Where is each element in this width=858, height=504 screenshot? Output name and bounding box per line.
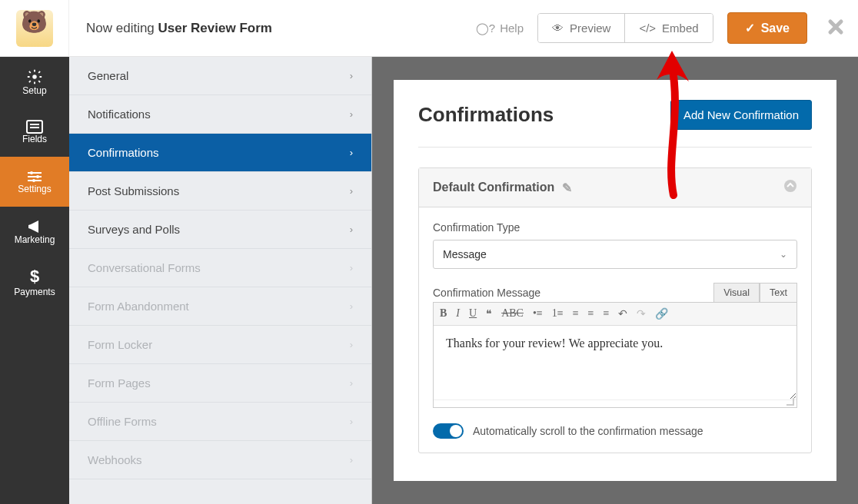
quote-icon[interactable]: ❝	[486, 307, 492, 320]
settings-sidebar: General›Notifications›Confirmations›Post…	[69, 57, 372, 504]
preview-label: Preview	[570, 22, 610, 35]
auto-scroll-toggle[interactable]	[433, 423, 464, 439]
settings-item-label: Conversational Forms	[88, 261, 201, 274]
rail-item-fields[interactable]: Fields	[0, 107, 69, 157]
svg-point-8	[36, 175, 39, 178]
editor-tabs: Visual Text	[713, 283, 797, 303]
underline-icon[interactable]: U	[469, 307, 477, 320]
bold-icon[interactable]: B	[440, 307, 447, 320]
settings-item-label: Form Pages	[88, 376, 151, 390]
chevron-right-icon: ›	[350, 377, 353, 389]
chevron-right-icon: ›	[350, 300, 353, 312]
chevron-right-icon: ›	[350, 147, 353, 158]
settings-item-conversational-forms[interactable]: Conversational Forms›	[69, 249, 371, 287]
message-label: Confirmation Message	[433, 287, 540, 299]
collapse-icon[interactable]	[783, 179, 797, 196]
settings-item-label: Notifications	[88, 108, 151, 121]
help-link[interactable]: ◯? Help	[476, 22, 524, 35]
type-label: Confirmation Type	[433, 221, 797, 234]
rail-item-payments[interactable]: $ Payments	[0, 257, 69, 307]
add-confirmation-button[interactable]: Add New Confirmation	[670, 100, 812, 130]
preview-embed-group: 👁 Preview </> Embed	[537, 13, 713, 43]
settings-item-webhooks[interactable]: Webhooks›	[69, 441, 371, 479]
editor-textarea[interactable]: Thanks for your review! We appreciate yo…	[434, 326, 796, 400]
link-icon[interactable]: 🔗	[655, 307, 668, 320]
top-bar: 🐻 Now editing User Review Form ◯? Help 👁…	[0, 0, 858, 57]
card-header: Confirmations Add New Confirmation	[418, 100, 812, 148]
dollar-icon: $	[30, 267, 39, 287]
x-icon	[827, 18, 844, 35]
chevron-right-icon: ›	[350, 454, 353, 466]
align-left-icon[interactable]: ≡	[573, 307, 579, 320]
save-button[interactable]: ✓ Save	[727, 12, 807, 44]
italic-icon[interactable]: I	[456, 307, 460, 320]
rail-item-settings[interactable]: Settings	[0, 157, 69, 207]
editing-prefix: Now editing	[86, 21, 155, 35]
align-right-icon[interactable]: ≡	[603, 307, 609, 320]
panel-title: Default Confirmation	[433, 181, 554, 194]
chevron-right-icon: ›	[350, 224, 353, 235]
undo-icon[interactable]: ↶	[618, 307, 627, 320]
numbered-list-icon[interactable]: 1≡	[552, 307, 564, 320]
tab-text[interactable]: Text	[760, 283, 797, 303]
rail-label: Fields	[22, 134, 47, 144]
panel-header[interactable]: Default Confirmation ✎	[419, 168, 811, 207]
chevron-down-icon: ⌄	[780, 249, 787, 260]
help-icon: ◯?	[476, 22, 495, 35]
list-icon	[26, 120, 43, 134]
tab-visual[interactable]: Visual	[713, 283, 760, 303]
main: Setup Fields Settings Marketing $ Paymen…	[0, 57, 858, 504]
chevron-right-icon: ›	[350, 70, 353, 81]
rich-editor: B I U ❝ ABC •≡ 1≡ ≡ ≡ ≡ ↶ ↷ 🔗	[433, 302, 797, 408]
settings-item-label: Confirmations	[88, 146, 159, 159]
settings-item-label: Form Locker	[88, 338, 152, 351]
rail-item-setup[interactable]: Setup	[0, 57, 69, 107]
settings-item-label: Offline Forms	[88, 415, 157, 428]
rail-label: Settings	[18, 184, 51, 194]
select-value: Message	[443, 248, 487, 260]
settings-item-surveys-and-polls[interactable]: Surveys and Polls›	[69, 211, 371, 249]
rail-label: Marketing	[15, 234, 55, 245]
help-label: Help	[500, 22, 524, 35]
align-center-icon[interactable]: ≡	[588, 307, 594, 320]
save-label: Save	[761, 22, 790, 35]
chevron-right-icon: ›	[350, 108, 353, 120]
editing-label: Now editing User Review Form	[69, 21, 272, 36]
bullhorn-icon	[26, 219, 43, 234]
settings-item-label: Post Submissions	[88, 184, 179, 197]
redo-icon[interactable]: ↷	[637, 307, 646, 320]
settings-item-label: Surveys and Polls	[88, 223, 180, 236]
chevron-right-icon: ›	[350, 416, 353, 427]
settings-item-label: General	[88, 69, 128, 82]
form-name: User Review Form	[158, 21, 272, 35]
embed-label: Embed	[662, 22, 699, 35]
close-button[interactable]	[827, 16, 844, 41]
settings-item-form-abandonment[interactable]: Form Abandonment›	[69, 287, 371, 326]
gear-icon	[26, 68, 43, 85]
embed-button[interactable]: </> Embed	[624, 14, 712, 42]
confirmation-type-select[interactable]: Message ⌄	[433, 240, 797, 269]
svg-point-7	[30, 171, 33, 174]
rail-item-marketing[interactable]: Marketing	[0, 207, 69, 257]
settings-item-form-locker[interactable]: Form Locker›	[69, 326, 371, 364]
chevron-right-icon: ›	[350, 339, 353, 350]
page-title: Confirmations	[418, 103, 554, 127]
chevron-right-icon: ›	[350, 185, 353, 197]
settings-item-form-pages[interactable]: Form Pages›	[69, 364, 371, 403]
svg-point-0	[32, 75, 37, 79]
settings-item-offline-forms[interactable]: Offline Forms›	[69, 403, 371, 441]
strikethrough-icon[interactable]: ABC	[501, 307, 524, 320]
resize-handle[interactable]	[434, 400, 796, 407]
settings-item-confirmations[interactable]: Confirmations›	[69, 134, 371, 172]
settings-item-notifications[interactable]: Notifications›	[69, 95, 371, 134]
pencil-icon[interactable]: ✎	[562, 181, 572, 195]
settings-item-post-submissions[interactable]: Post Submissions›	[69, 172, 371, 211]
settings-item-label: Webhooks	[88, 453, 142, 466]
preview-button[interactable]: 👁 Preview	[538, 14, 624, 42]
panel-body: Confirmation Type Message ⌄ Confirmation…	[419, 207, 811, 453]
left-rail: Setup Fields Settings Marketing $ Paymen…	[0, 57, 69, 504]
bullet-list-icon[interactable]: •≡	[533, 307, 543, 320]
settings-item-general[interactable]: General›	[69, 57, 371, 95]
auto-scroll-label: Automatically scroll to the confirmation…	[473, 425, 703, 437]
logo: 🐻	[0, 0, 69, 57]
